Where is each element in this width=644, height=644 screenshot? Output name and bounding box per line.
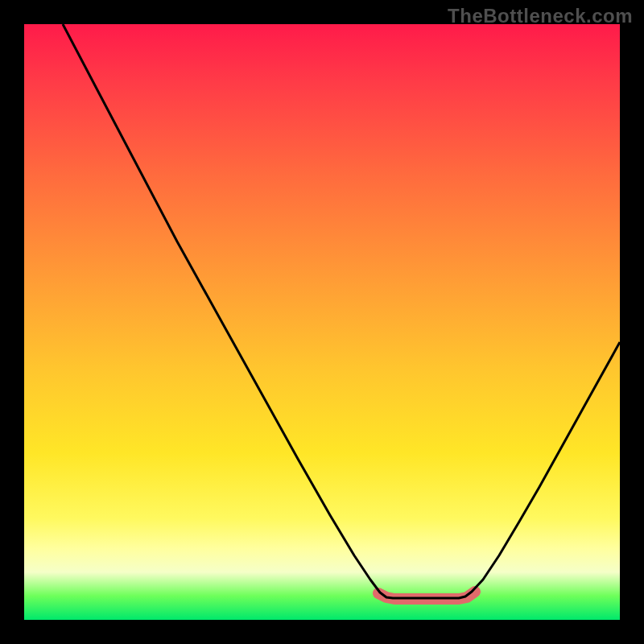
black-curve bbox=[63, 24, 620, 598]
plot-area bbox=[24, 24, 620, 620]
chart-frame: TheBottleneck.com bbox=[0, 0, 644, 644]
watermark-text: TheBottleneck.com bbox=[448, 5, 633, 27]
chart-svg bbox=[24, 24, 620, 620]
